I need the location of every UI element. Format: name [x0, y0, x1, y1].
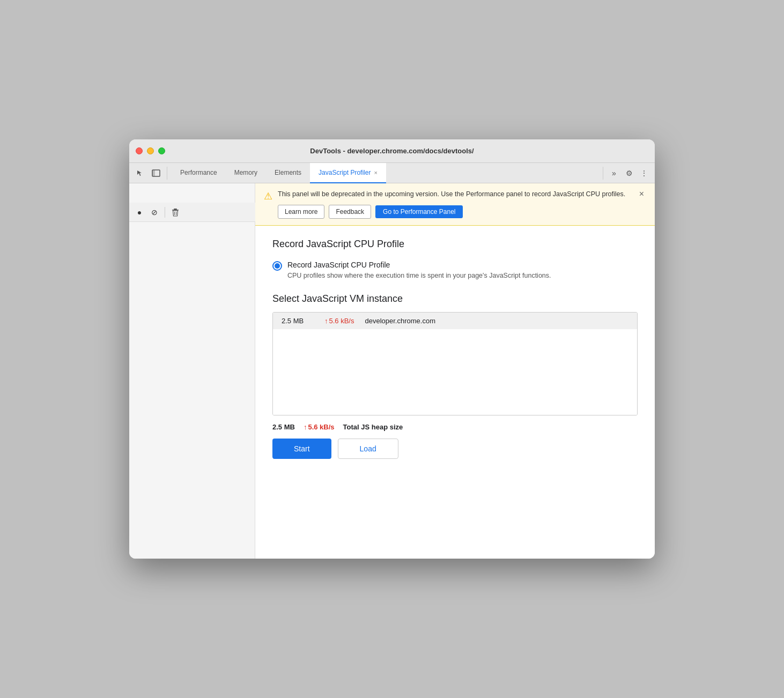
- footer-stats: 2.5 MB ↑ 5.6 kB/s Total JS heap size: [272, 423, 638, 431]
- action-buttons: Start Load: [272, 439, 638, 459]
- delete-icon[interactable]: [169, 206, 181, 218]
- vm-section-title: Select JavaScript VM instance: [272, 293, 638, 305]
- content-pane: ⚠ This panel will be deprecated in the u…: [255, 183, 655, 559]
- tab-close-icon[interactable]: ×: [374, 169, 377, 176]
- more-tabs-icon[interactable]: »: [608, 167, 620, 180]
- tab-bar: Performance Memory Elements JavaScript P…: [129, 163, 655, 183]
- radio-selected-indicator: [275, 263, 280, 269]
- vm-size: 2.5 MB: [282, 317, 314, 325]
- sidebar: ● ⊘ Profiles: [129, 183, 255, 559]
- tabs: Performance Memory Elements JavaScript P…: [172, 163, 386, 183]
- toolbar-divider: [165, 207, 165, 218]
- svg-rect-1: [152, 170, 155, 176]
- footer-arrow-icon: ↑: [304, 423, 307, 431]
- radio-label: Record JavaScript CPU Profile: [287, 261, 551, 269]
- warning-icon: ⚠: [264, 190, 272, 202]
- learn-more-button[interactable]: Learn more: [278, 205, 324, 219]
- footer-speed: ↑ 5.6 kB/s: [304, 423, 335, 431]
- banner-actions: Learn more Feedback Go to Performance Pa…: [278, 205, 632, 219]
- vm-url: developer.chrome.com: [365, 317, 435, 325]
- footer-speed-value: 5.6 kB/s: [308, 423, 334, 431]
- radio-button[interactable]: [272, 261, 282, 271]
- dock-icon[interactable]: [150, 167, 162, 180]
- radio-description: CPU profiles show where the execution ti…: [287, 271, 551, 281]
- close-button[interactable]: [136, 147, 143, 154]
- tab-performance[interactable]: Performance: [172, 163, 226, 183]
- cursor-icon[interactable]: [134, 167, 146, 180]
- banner-content: This panel will be deprecated in the upc…: [278, 190, 632, 219]
- radio-option-text: Record JavaScript CPU Profile CPU profil…: [287, 261, 551, 281]
- vm-instance-table: 2.5 MB ↑ 5.6 kB/s developer.chrome.com: [272, 312, 638, 415]
- feedback-button[interactable]: Feedback: [329, 205, 371, 219]
- svg-rect-2: [174, 209, 177, 210]
- svg-rect-3: [172, 210, 179, 211]
- minimize-button[interactable]: [147, 147, 154, 154]
- radio-option[interactable]: Record JavaScript CPU Profile CPU profil…: [272, 261, 638, 281]
- record-icon[interactable]: ●: [134, 206, 145, 218]
- load-button[interactable]: Load: [338, 439, 398, 459]
- stop-icon[interactable]: ⊘: [149, 206, 160, 218]
- profile-content: Record JavaScript CPU Profile Record Jav…: [255, 226, 655, 472]
- more-options-icon[interactable]: ⋮: [638, 167, 650, 180]
- banner-close-icon[interactable]: ×: [637, 190, 646, 198]
- start-button[interactable]: Start: [272, 439, 331, 459]
- tab-bar-icons: [134, 167, 167, 180]
- footer-size: 2.5 MB: [272, 423, 295, 431]
- maximize-button[interactable]: [158, 147, 165, 154]
- go-to-performance-button[interactable]: Go to Performance Panel: [375, 205, 463, 218]
- record-section-title: Record JavaScript CPU Profile: [272, 239, 638, 250]
- tab-memory[interactable]: Memory: [226, 163, 266, 183]
- vm-table-header-row[interactable]: 2.5 MB ↑ 5.6 kB/s developer.chrome.com: [273, 313, 637, 329]
- traffic-lights: [136, 147, 165, 154]
- settings-icon[interactable]: ⚙: [623, 167, 635, 180]
- arrow-up-icon: ↑: [324, 317, 328, 325]
- banner-text: This panel will be deprecated in the upc…: [278, 190, 632, 199]
- toolbar: ● ⊘: [129, 203, 255, 222]
- main-area: ● ⊘ Profiles: [129, 183, 655, 559]
- devtools-window: DevTools - developer.chrome.com/docs/dev…: [129, 139, 655, 559]
- footer-label: Total JS heap size: [343, 423, 403, 431]
- tab-bar-right: » ⚙ ⋮: [603, 167, 650, 180]
- deprecation-banner: ⚠ This panel will be deprecated in the u…: [255, 183, 655, 226]
- tab-elements[interactable]: Elements: [266, 163, 310, 183]
- vm-speed: ↑ 5.6 kB/s: [324, 317, 354, 325]
- vm-table-body: [273, 329, 637, 415]
- title-bar: DevTools - developer.chrome.com/docs/dev…: [129, 139, 655, 163]
- vm-speed-value: 5.6 kB/s: [329, 317, 354, 325]
- window-title: DevTools - developer.chrome.com/docs/dev…: [310, 147, 474, 155]
- tab-javascript-profiler[interactable]: JavaScript Profiler ×: [310, 163, 386, 183]
